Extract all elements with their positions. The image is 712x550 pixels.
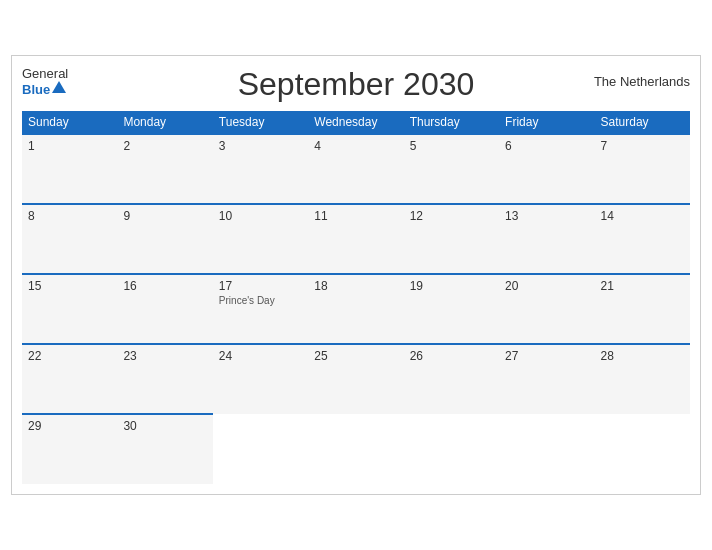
day-number: 2 bbox=[123, 139, 206, 153]
calendar-cell: 13 bbox=[499, 204, 594, 274]
calendar-cell: 23 bbox=[117, 344, 212, 414]
calendar-cell: 26 bbox=[404, 344, 499, 414]
weekday-header-friday: Friday bbox=[499, 111, 594, 134]
calendar-cell: 5 bbox=[404, 134, 499, 204]
day-number: 20 bbox=[505, 279, 588, 293]
calendar-cell bbox=[595, 414, 690, 484]
day-number: 16 bbox=[123, 279, 206, 293]
calendar-cell: 8 bbox=[22, 204, 117, 274]
day-number: 15 bbox=[28, 279, 111, 293]
day-number: 6 bbox=[505, 139, 588, 153]
weekday-header-tuesday: Tuesday bbox=[213, 111, 308, 134]
day-number: 26 bbox=[410, 349, 493, 363]
calendar-wrapper: General Blue September 2030 The Netherla… bbox=[11, 55, 701, 495]
calendar-cell: 6 bbox=[499, 134, 594, 204]
calendar-cell bbox=[404, 414, 499, 484]
weekday-header-thursday: Thursday bbox=[404, 111, 499, 134]
calendar-cell: 22 bbox=[22, 344, 117, 414]
day-number: 25 bbox=[314, 349, 397, 363]
logo-triangle-icon bbox=[52, 81, 66, 93]
logo: General Blue bbox=[22, 66, 68, 97]
weekday-header-sunday: Sunday bbox=[22, 111, 117, 134]
logo-blue-text: Blue bbox=[22, 82, 50, 98]
calendar-cell: 10 bbox=[213, 204, 308, 274]
calendar-title: September 2030 bbox=[238, 66, 475, 103]
day-number: 11 bbox=[314, 209, 397, 223]
calendar-cell: 2 bbox=[117, 134, 212, 204]
day-number: 7 bbox=[601, 139, 684, 153]
day-number: 9 bbox=[123, 209, 206, 223]
calendar-cell: 28 bbox=[595, 344, 690, 414]
weekday-header-row: SundayMondayTuesdayWednesdayThursdayFrid… bbox=[22, 111, 690, 134]
calendar-cell: 18 bbox=[308, 274, 403, 344]
calendar-cell: 16 bbox=[117, 274, 212, 344]
day-number: 12 bbox=[410, 209, 493, 223]
calendar-cell bbox=[213, 414, 308, 484]
day-number: 23 bbox=[123, 349, 206, 363]
calendar-header: General Blue September 2030 The Netherla… bbox=[22, 66, 690, 103]
day-number: 21 bbox=[601, 279, 684, 293]
calendar-cell: 7 bbox=[595, 134, 690, 204]
calendar-cell: 9 bbox=[117, 204, 212, 274]
day-number: 14 bbox=[601, 209, 684, 223]
day-number: 3 bbox=[219, 139, 302, 153]
week-row-2: 151617Prince's Day18192021 bbox=[22, 274, 690, 344]
calendar-cell: 4 bbox=[308, 134, 403, 204]
day-number: 27 bbox=[505, 349, 588, 363]
calendar-grid: SundayMondayTuesdayWednesdayThursdayFrid… bbox=[22, 111, 690, 484]
country-label: The Netherlands bbox=[594, 74, 690, 89]
calendar-cell: 19 bbox=[404, 274, 499, 344]
day-number: 4 bbox=[314, 139, 397, 153]
calendar-cell: 29 bbox=[22, 414, 117, 484]
day-number: 30 bbox=[123, 419, 206, 433]
day-number: 17 bbox=[219, 279, 302, 293]
calendar-cell: 11 bbox=[308, 204, 403, 274]
calendar-cell: 14 bbox=[595, 204, 690, 274]
calendar-cell: 12 bbox=[404, 204, 499, 274]
logo-general-text: General bbox=[22, 66, 68, 82]
calendar-cell bbox=[308, 414, 403, 484]
week-row-4: 2930 bbox=[22, 414, 690, 484]
day-number: 28 bbox=[601, 349, 684, 363]
day-number: 8 bbox=[28, 209, 111, 223]
day-number: 13 bbox=[505, 209, 588, 223]
calendar-cell: 1 bbox=[22, 134, 117, 204]
calendar-cell: 15 bbox=[22, 274, 117, 344]
calendar-cell: 30 bbox=[117, 414, 212, 484]
calendar-cell: 25 bbox=[308, 344, 403, 414]
day-event: Prince's Day bbox=[219, 295, 275, 306]
calendar-cell: 21 bbox=[595, 274, 690, 344]
day-number: 5 bbox=[410, 139, 493, 153]
day-number: 19 bbox=[410, 279, 493, 293]
day-number: 1 bbox=[28, 139, 111, 153]
week-row-0: 1234567 bbox=[22, 134, 690, 204]
week-row-1: 891011121314 bbox=[22, 204, 690, 274]
calendar-cell: 20 bbox=[499, 274, 594, 344]
day-number: 22 bbox=[28, 349, 111, 363]
week-row-3: 22232425262728 bbox=[22, 344, 690, 414]
weekday-header-saturday: Saturday bbox=[595, 111, 690, 134]
calendar-cell: 17Prince's Day bbox=[213, 274, 308, 344]
weekday-header-wednesday: Wednesday bbox=[308, 111, 403, 134]
calendar-cell: 27 bbox=[499, 344, 594, 414]
day-number: 18 bbox=[314, 279, 397, 293]
calendar-cell bbox=[499, 414, 594, 484]
calendar-cell: 24 bbox=[213, 344, 308, 414]
weekday-header-monday: Monday bbox=[117, 111, 212, 134]
day-number: 29 bbox=[28, 419, 111, 433]
day-number: 24 bbox=[219, 349, 302, 363]
day-number: 10 bbox=[219, 209, 302, 223]
calendar-cell: 3 bbox=[213, 134, 308, 204]
